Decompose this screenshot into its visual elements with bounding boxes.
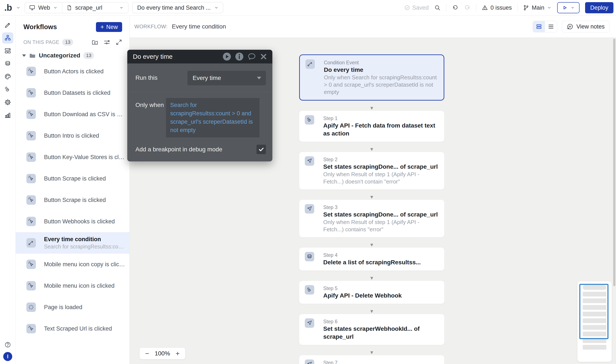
workflow-list-item[interactable]: Button Webhooks is clicked: [16, 211, 129, 232]
workflow-selector-dropdown[interactable]: Do every time and Search ...: [132, 2, 223, 13]
workflow-list-item-selected[interactable]: Every time condition Search for scraping…: [16, 232, 129, 254]
top-toolbar: .b Web scrape_url Do every time and Sear…: [0, 0, 616, 16]
element-action-icon: [305, 156, 314, 166]
new-folder-icon[interactable]: [92, 39, 98, 45]
step-card-7[interactable]: Step 7 Hide loading_circle: [299, 355, 444, 364]
workflow-list-item[interactable]: Button Datasets is clicked: [16, 82, 129, 104]
connector-arrow-icon: [299, 304, 444, 314]
step-card-3[interactable]: Step 3 Set states scrapingDone... of scr…: [299, 200, 444, 237]
save-status: Saved: [404, 4, 429, 11]
run-icon[interactable]: [223, 52, 231, 61]
search-icon[interactable]: [434, 4, 441, 11]
workflow-list-item[interactable]: Button Key-Value Stores is clicked: [16, 146, 129, 168]
workflow-list-item[interactable]: Button Actors is clicked: [16, 61, 129, 82]
issues-button[interactable]: 0 issues: [482, 4, 512, 11]
toolbar-divider: [476, 4, 476, 11]
environment-page-selector: Web scrape_url: [25, 2, 128, 13]
cursor-click-icon: [27, 131, 36, 140]
expand-icon[interactable]: [116, 39, 122, 45]
styles-icon[interactable]: [2, 71, 13, 82]
step-card-2[interactable]: Step 2 Set states scrapingDone... of scr…: [299, 152, 444, 190]
workflow-list-item[interactable]: Page is loaded: [16, 297, 129, 318]
data-icon: [305, 252, 314, 261]
plus-icon: +: [100, 24, 104, 30]
run-this-label: Run this: [136, 71, 187, 81]
close-icon[interactable]: [260, 53, 267, 60]
workflow-list-item[interactable]: Button Download as CSV is clicked: [16, 104, 129, 125]
zoom-in-button[interactable]: +: [176, 350, 180, 357]
cursor-click-icon: [27, 195, 36, 205]
plugins-icon[interactable]: [2, 84, 13, 95]
workflow-list-item[interactable]: Button Intro is clicked: [16, 125, 129, 146]
step-card-6[interactable]: Step 6 Set states scraperWebhookId... of…: [299, 314, 444, 345]
page-icon: [67, 5, 72, 11]
workflow-list-item[interactable]: Button Scrape is clicked: [16, 189, 129, 211]
plugin-icon: [305, 285, 314, 295]
condition-icon: [27, 238, 36, 247]
preview-button[interactable]: [557, 2, 579, 13]
redo-icon[interactable]: [464, 4, 470, 11]
only-when-expression[interactable]: Search for scrapingResultss:count > 0 an…: [166, 98, 260, 137]
step-card-condition[interactable]: Condition Event Do every time Only when …: [299, 54, 444, 101]
minimap-viewport[interactable]: [579, 284, 608, 339]
logo-chevron-down-icon[interactable]: [16, 5, 21, 10]
minimap[interactable]: [577, 281, 612, 362]
card-view-icon[interactable]: [533, 21, 545, 32]
connector-arrow-icon: [299, 271, 444, 281]
step-card-4[interactable]: Step 4 Delete a list of scrapingResultss…: [299, 247, 444, 271]
connector-arrow-icon: [299, 101, 444, 111]
workflow-list-item[interactable]: Button Scrape is clicked: [16, 168, 129, 189]
git-branch-icon: [523, 5, 529, 11]
section-label: ON THIS PAGE: [23, 39, 59, 45]
filter-icon[interactable]: [104, 39, 110, 45]
branch-dropdown[interactable]: Main: [523, 4, 552, 11]
settings-icon[interactable]: [2, 97, 13, 108]
folder-icon: [29, 52, 36, 59]
comment-icon[interactable]: [247, 52, 256, 61]
folder-row-uncategorized[interactable]: Uncategorized 13: [16, 46, 129, 61]
info-icon[interactable]: [235, 52, 244, 61]
environment-dropdown[interactable]: Web: [25, 2, 62, 13]
chevron-down-icon: [547, 5, 552, 10]
page-load-icon: [27, 302, 36, 312]
issues-label: 0 issues: [491, 4, 512, 11]
cursor-click-icon: [27, 174, 36, 183]
bubble-logo: .b: [4, 3, 12, 12]
steps-column: Condition Event Do every time Only when …: [299, 54, 444, 364]
element-action-icon: [305, 318, 314, 328]
workflow-list-item[interactable]: Mobile menu icon is clicked: [16, 275, 129, 297]
breakpoint-label: Add a breakpoint in debug mode: [136, 146, 222, 153]
deploy-button[interactable]: Deploy: [585, 2, 614, 13]
step-card-1[interactable]: Step 1 Apify API - Fetch data from datas…: [299, 111, 444, 142]
chevron-down-icon: [119, 5, 124, 10]
workflow-icon[interactable]: [2, 32, 13, 43]
canvas-scrollbar[interactable]: [613, 39, 615, 286]
panel-title: Workflows: [23, 23, 57, 31]
list-view-icon[interactable]: [545, 21, 557, 32]
new-workflow-button[interactable]: + New: [96, 22, 122, 32]
play-icon: [562, 5, 567, 11]
run-this-dropdown[interactable]: Every time: [187, 71, 266, 85]
help-icon[interactable]: [2, 339, 13, 350]
step-card-5[interactable]: Step 5 Apify API - Delete Webhook: [299, 281, 444, 304]
view-notes-button[interactable]: View notes: [562, 21, 610, 32]
element-action-icon: [305, 360, 314, 364]
branch-label: Main: [532, 4, 544, 11]
page-dropdown[interactable]: scrape_url: [62, 2, 128, 13]
section-count-badge: 13: [62, 39, 73, 46]
components-icon[interactable]: [2, 45, 13, 56]
caret-down-icon: [257, 77, 261, 79]
breakpoint-checkbox[interactable]: [257, 145, 266, 154]
workflow-selector-label: Do every time and Search ...: [137, 4, 211, 11]
undo-icon[interactable]: [452, 4, 458, 11]
only-when-label: Only when: [136, 98, 166, 109]
logs-icon[interactable]: [2, 110, 13, 121]
toolbar-divider: [446, 4, 446, 11]
data-icon[interactable]: [2, 58, 13, 69]
account-avatar[interactable]: I: [3, 352, 12, 361]
design-icon[interactable]: [2, 20, 13, 31]
workflow-caps-label: WORKFLOW:: [134, 24, 168, 30]
zoom-out-button[interactable]: −: [145, 350, 149, 357]
workflow-list-item[interactable]: Mobile menu icon copy is clicked: [16, 254, 129, 275]
workflow-list-item[interactable]: Text Scraped Url is clicked: [16, 318, 129, 339]
